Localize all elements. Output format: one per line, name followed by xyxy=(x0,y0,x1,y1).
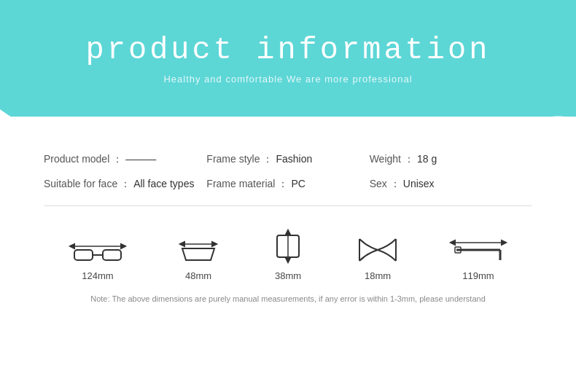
svg-rect-4 xyxy=(103,250,121,260)
svg-marker-11 xyxy=(286,258,290,262)
dim-item-5: 119mm xyxy=(449,228,507,281)
svg-marker-10 xyxy=(286,230,290,235)
dim-item-2: 48mm xyxy=(176,228,220,281)
weight-value: 18 g xyxy=(417,153,437,165)
dim-label-2: 48mm xyxy=(185,270,211,281)
svg-rect-3 xyxy=(74,250,93,260)
dim-icon-4 xyxy=(356,228,400,264)
material-value: PC xyxy=(291,178,305,189)
frame-style-value: Fashion xyxy=(276,153,312,165)
product-model-label: Product model xyxy=(44,153,109,165)
wave-decoration xyxy=(0,109,576,138)
face-row: Suitable for face ： All face types xyxy=(44,178,206,191)
sex-value: Unisex xyxy=(403,178,435,189)
sex-label: Sex xyxy=(370,178,387,189)
product-model-sep: ： xyxy=(112,153,122,166)
frame-style-sep: ： xyxy=(262,153,273,166)
dim-label-3: 38mm xyxy=(275,270,301,281)
svg-marker-2 xyxy=(121,244,125,248)
frame-style-label: Frame style xyxy=(206,153,260,165)
page-title: product information xyxy=(86,33,491,68)
material-row: Frame material ： PC xyxy=(206,178,369,191)
material-label: Frame material xyxy=(206,178,275,189)
header-section: product information Healthy and comforta… xyxy=(0,0,576,117)
dim-icon-1 xyxy=(69,228,127,264)
svg-marker-17 xyxy=(502,240,506,245)
dim-item-1: 124mm xyxy=(69,228,127,281)
weight-row: Weight ： 18 g xyxy=(370,153,532,166)
weight-label: Weight xyxy=(370,153,401,165)
info-grid: Product model ： ——— Frame style ： Fashio… xyxy=(44,153,532,191)
measurement-note: Note: The above dimensions are purely ma… xyxy=(44,294,532,303)
product-model-value: ——— xyxy=(125,153,156,165)
weight-sep: ： xyxy=(404,153,414,166)
svg-marker-7 xyxy=(180,242,184,246)
dim-icon-3 xyxy=(270,228,306,264)
svg-marker-16 xyxy=(451,240,455,245)
dim-icon-2 xyxy=(176,228,220,264)
material-sep: ： xyxy=(278,178,288,191)
dimensions-section: 124mm 48mm xyxy=(44,228,532,281)
dim-label-5: 119mm xyxy=(462,270,494,281)
face-label: Suitable for face xyxy=(44,178,117,189)
content-section: Product model ： ——— Frame style ： Fashio… xyxy=(0,117,576,318)
dim-label-4: 18mm xyxy=(365,270,391,281)
dim-label-1: 124mm xyxy=(82,270,113,281)
face-sep: ： xyxy=(120,178,131,191)
dim-icon-5 xyxy=(449,228,507,264)
svg-marker-1 xyxy=(70,244,74,248)
svg-marker-8 xyxy=(212,242,217,246)
dim-item-4: 18mm xyxy=(356,228,400,281)
dim-item-3: 38mm xyxy=(270,228,306,281)
section-divider xyxy=(44,205,532,206)
sex-sep: ： xyxy=(390,178,400,191)
frame-style-row: Frame style ： Fashion xyxy=(206,153,369,166)
product-model-row: Product model ： ——— xyxy=(44,153,206,166)
face-value: All face types xyxy=(133,178,194,189)
header-subtitle: Healthy and comfortable We are more prof… xyxy=(163,74,412,85)
sex-row: Sex ： Unisex xyxy=(370,178,532,191)
